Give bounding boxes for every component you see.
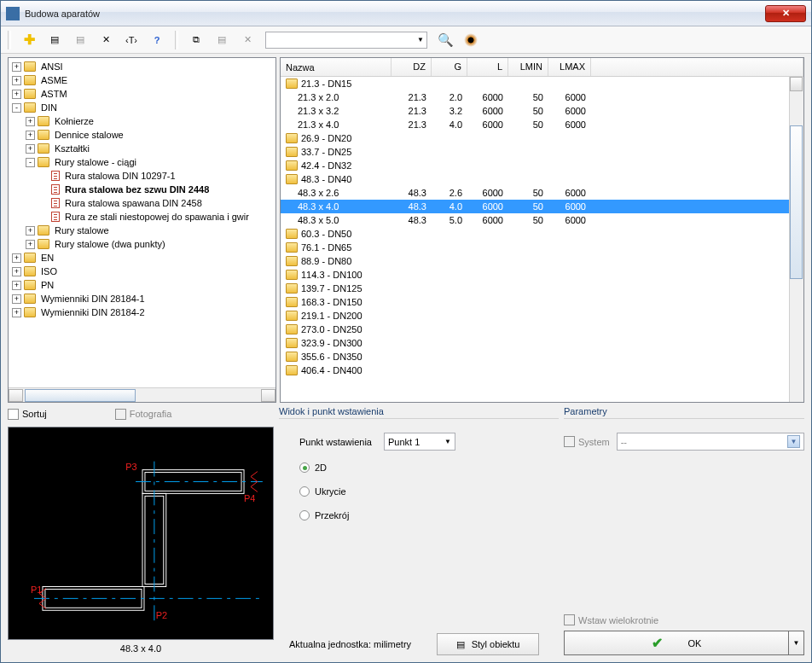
radio-2d[interactable]: 2D xyxy=(299,462,559,473)
tree-item[interactable]: +PN xyxy=(9,278,276,292)
list-row[interactable]: 26.9 - DN20 xyxy=(281,131,803,145)
list-row[interactable]: 48.3 - DN40 xyxy=(281,172,803,186)
titlebar: Budowa aparatów ✕ xyxy=(1,1,811,26)
copy-icon[interactable]: ⧉ xyxy=(188,32,204,48)
command-combo[interactable]: ▼ xyxy=(265,32,427,49)
app-window: Budowa aparatów ✕ ✚ ▤ ▤ ✕ ‹T› ? ⧉ ▤ ✕ ▼ … xyxy=(0,0,812,663)
tree-item[interactable]: -DIN xyxy=(9,101,276,114)
ok-dropdown-arrow[interactable]: ▼ xyxy=(789,631,804,655)
doc-icon xyxy=(51,212,60,222)
folder-icon xyxy=(38,157,49,167)
list-row[interactable]: 48.3 x 2.648.32.66000506000 xyxy=(281,186,803,200)
tree-item[interactable]: +Dennice stalowe xyxy=(9,128,276,142)
folder-icon xyxy=(24,102,36,113)
list-row[interactable]: 21.3 - DN15 xyxy=(281,77,803,90)
folder-icon xyxy=(24,307,36,317)
list-vscroll[interactable] xyxy=(789,77,803,402)
ok-button[interactable]: ✔OK xyxy=(564,631,789,655)
text-icon[interactable]: ‹T› xyxy=(124,32,139,48)
list-panel: Nazwa DZ G L LMIN LMAX 21.3 - DN1521.3 x… xyxy=(280,57,804,403)
radio-hidden[interactable]: Ukrycie xyxy=(299,486,559,497)
folder-icon xyxy=(24,294,36,304)
list-row[interactable]: 48.3 x 4.048.34.06000506000 xyxy=(281,200,803,213)
system-checkbox: System xyxy=(564,436,610,447)
doc-icon[interactable]: ▤ xyxy=(47,32,62,48)
list-row[interactable]: 114.3 - DN100 xyxy=(281,268,803,282)
tree-panel: +ANSI+ASME+ASTM-DIN+Kołnierze+Dennice st… xyxy=(8,57,276,403)
tools-icon[interactable]: ✕ xyxy=(98,32,113,48)
tree-item[interactable]: +Rury stalowe xyxy=(9,224,276,237)
list-row[interactable]: 21.3 x 4.021.34.06000506000 xyxy=(281,118,803,131)
tree-item[interactable]: +Wymienniki DIN 28184-1 xyxy=(9,292,276,305)
doc2-icon: ▤ xyxy=(72,32,88,48)
tree-item[interactable]: +ANSI xyxy=(9,60,276,73)
tree-item[interactable]: Rura stalowa spawana DIN 2458 xyxy=(9,196,276,210)
insertion-point-dropdown[interactable]: Punkt 1▼ xyxy=(384,433,455,451)
new-icon[interactable]: ✚ xyxy=(21,32,37,48)
style-icon: ▤ xyxy=(456,639,465,650)
insert-multiple-checkbox: Wstaw wielokrotnie xyxy=(564,614,804,625)
folder-icon xyxy=(24,280,36,290)
folder-icon xyxy=(24,266,36,276)
search-icon[interactable]: 🔍 xyxy=(438,32,453,48)
tree-item[interactable]: +Kształtki xyxy=(9,142,276,155)
list-row[interactable]: 168.3 - DN150 xyxy=(281,295,803,309)
tree-item[interactable]: +ASME xyxy=(9,73,276,87)
tree-item[interactable]: Rura stalowa DIN 10297-1 xyxy=(9,169,276,183)
close-button[interactable]: ✕ xyxy=(765,5,806,22)
folder-icon xyxy=(24,61,36,72)
toolbar: ✚ ▤ ▤ ✕ ‹T› ? ⧉ ▤ ✕ ▼ 🔍 xyxy=(1,26,811,54)
tree-item[interactable]: +Rury stalowe (dwa punkty) xyxy=(9,237,276,251)
folder-icon xyxy=(24,89,36,99)
svg-text:P4: P4 xyxy=(244,493,255,503)
tree-item[interactable]: +EN xyxy=(9,251,276,265)
svg-text:P1: P1 xyxy=(31,584,42,595)
list-row[interactable]: 21.3 x 2.021.32.06000506000 xyxy=(281,90,803,104)
list-row[interactable]: 139.7 - DN125 xyxy=(281,282,803,295)
list-row[interactable]: 42.4 - DN32 xyxy=(281,159,803,172)
list-row[interactable]: 60.3 - DN50 xyxy=(281,227,803,241)
tree-hscroll[interactable] xyxy=(9,387,276,402)
folder-icon xyxy=(38,225,49,236)
svg-text:P2: P2 xyxy=(156,610,167,620)
list-row[interactable]: 88.9 - DN80 xyxy=(281,254,803,268)
system-dropdown[interactable]: --▼ xyxy=(617,433,804,451)
svg-text:P3: P3 xyxy=(125,462,136,472)
tree-item[interactable]: +Kołnierze xyxy=(9,114,276,128)
tree-item[interactable]: Rura stalowa bez szwu DIN 2448 xyxy=(9,183,276,196)
preview-image: P1 P2 P3 P4 xyxy=(8,427,274,640)
find-icon[interactable] xyxy=(463,32,478,48)
tree-item[interactable]: Rura ze stali niestopowej do spawania i … xyxy=(9,210,276,224)
list-body[interactable]: 21.3 - DN1521.3 x 2.021.32.0600050600021… xyxy=(281,77,803,402)
list-row[interactable]: 355.6 - DN350 xyxy=(281,350,803,363)
list-row[interactable]: 48.3 x 5.048.35.06000506000 xyxy=(281,213,803,227)
folder-icon xyxy=(38,239,49,249)
list-row[interactable]: 323.9 - DN300 xyxy=(281,336,803,350)
paste-icon: ▤ xyxy=(214,32,229,48)
tree[interactable]: +ANSI+ASME+ASTM-DIN+Kołnierze+Dennice st… xyxy=(9,58,276,387)
doc-icon xyxy=(51,198,60,208)
photo-checkbox: Fotografia xyxy=(115,409,172,420)
folder-icon xyxy=(24,253,36,263)
tree-item[interactable]: +ASTM xyxy=(9,87,276,101)
object-style-button[interactable]: ▤ Styl obiektu xyxy=(437,633,539,655)
list-row[interactable]: 33.7 - DN25 xyxy=(281,145,803,159)
list-row[interactable]: 76.1 - DN65 xyxy=(281,241,803,254)
sort-checkbox[interactable]: Sortuj xyxy=(8,409,47,420)
preview-caption: 48.3 x 4.0 xyxy=(8,640,274,654)
list-row[interactable]: 273.0 - DN250 xyxy=(281,323,803,336)
tree-item[interactable]: -Rury stalowe - ciągi xyxy=(9,155,276,169)
list-header[interactable]: Nazwa DZ G L LMIN LMAX xyxy=(281,58,803,77)
tree-item[interactable]: +ISO xyxy=(9,265,276,278)
window-title: Budowa aparatów xyxy=(25,9,765,19)
list-row[interactable]: 219.1 - DN200 xyxy=(281,309,803,323)
insertion-point-label: Punkt wstawienia xyxy=(299,437,372,447)
tree-item[interactable]: +Wymienniki DIN 28184-2 xyxy=(9,305,276,319)
radio-section[interactable]: Przekrój xyxy=(299,510,559,521)
list-row[interactable]: 21.3 x 3.221.33.26000506000 xyxy=(281,104,803,118)
doc-icon xyxy=(51,184,60,195)
folder-icon xyxy=(38,143,49,154)
help-icon[interactable]: ? xyxy=(149,32,165,48)
folder-icon xyxy=(38,116,49,126)
list-row[interactable]: 406.4 - DN400 xyxy=(281,363,803,377)
